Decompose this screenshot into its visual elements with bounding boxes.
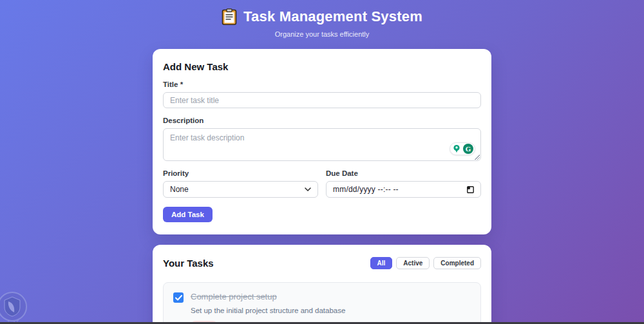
- app-header: Task Management System Organize your tas…: [0, 0, 644, 38]
- your-tasks-card: Your Tasks All Active Completed Complete…: [153, 245, 491, 324]
- grammarly-widget[interactable]: G: [450, 142, 475, 155]
- textarea-resize-handle[interactable]: [474, 154, 480, 160]
- add-task-heading: Add New Task: [163, 61, 481, 72]
- add-task-card: Add New Task Title * Description G: [153, 49, 491, 234]
- page-subtitle: Organize your tasks efficiently: [0, 30, 644, 38]
- due-date-value: mm/dd/yyyy --:-- --: [333, 185, 399, 194]
- watermark-logo: كـفـيـل: [0, 290, 33, 324]
- filter-completed-button[interactable]: Completed: [433, 257, 481, 269]
- task-list-item: Complete project setup Set up the initia…: [163, 282, 481, 324]
- description-label: Description: [163, 117, 481, 124]
- priority-label: Priority: [163, 169, 318, 177]
- check-icon: [175, 295, 182, 301]
- task-title: Complete project setup: [191, 292, 471, 301]
- task-description-input[interactable]: [163, 128, 481, 161]
- task-title-input[interactable]: [163, 92, 481, 108]
- due-date-label: Due Date: [326, 169, 481, 177]
- task-checkbox[interactable]: [173, 292, 184, 303]
- clipboard-icon: [222, 8, 237, 25]
- priority-select[interactable]: None: [163, 181, 318, 198]
- task-description: Set up the initial project structure and…: [191, 307, 471, 314]
- title-label: Title *: [163, 81, 481, 88]
- calendar-picker-icon[interactable]: [467, 186, 474, 193]
- priority-selected-value: None: [170, 185, 189, 194]
- filter-active-button[interactable]: Active: [396, 257, 430, 269]
- add-task-button[interactable]: Add Task: [163, 207, 213, 222]
- grammarly-g-icon: G: [463, 144, 473, 154]
- page-title: Task Management System: [243, 8, 422, 25]
- filter-all-button[interactable]: All: [370, 257, 393, 269]
- due-date-input[interactable]: mm/dd/yyyy --:-- --: [326, 181, 481, 198]
- chevron-down-icon: [305, 187, 311, 191]
- grammarly-pin-icon: [451, 144, 462, 154]
- your-tasks-heading: Your Tasks: [163, 258, 214, 269]
- task-filters: All Active Completed: [370, 257, 481, 269]
